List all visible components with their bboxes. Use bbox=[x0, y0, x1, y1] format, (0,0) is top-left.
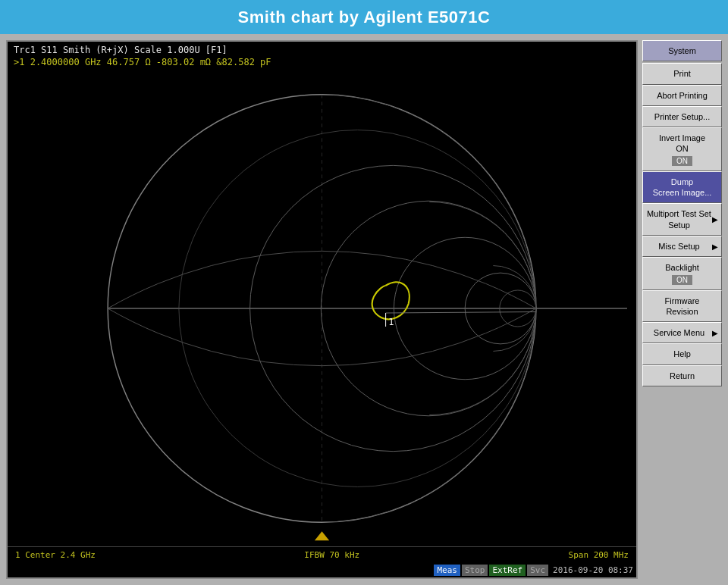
sidebar-btn-service-menu[interactable]: Service Menu▶ bbox=[642, 322, 722, 343]
main-content: Trc1 S11 Smith (R+jX) Scale 1.000U [F1] … bbox=[0, 34, 728, 585]
status-bar: Meas Stop ExtRef Svc 2016-09-20 08:37 bbox=[8, 563, 636, 577]
footer-right: Span 200 MHz bbox=[569, 550, 629, 560]
chart-footer: 1 Center 2.4 GHz IFBW 70 kHz Span 200 MH… bbox=[8, 546, 636, 563]
sidebar-btn-return[interactable]: Return bbox=[642, 365, 722, 386]
title-bar: Smith chart by Agilent E5071C bbox=[0, 0, 728, 34]
smith-chart-container: 1 bbox=[8, 70, 636, 546]
svg-text:1: 1 bbox=[388, 317, 394, 327]
sidebar-btn-dump-screen[interactable]: Dump Screen Image... bbox=[642, 171, 722, 204]
sidebar-system-header: System bbox=[642, 40, 722, 61]
footer-left: 1 Center 2.4 GHz bbox=[15, 550, 96, 560]
sidebar-buttons: PrintAbort PrintingPrinter Setup...Inver… bbox=[642, 63, 722, 386]
arrow-right-icon: ▶ bbox=[712, 328, 718, 338]
sidebar-btn-firmware-revision[interactable]: Firmware Revision bbox=[642, 290, 722, 323]
chart-title: Trc1 S11 Smith (R+jX) Scale 1.000U [F1] bbox=[14, 45, 630, 55]
status-stop: Stop bbox=[462, 565, 488, 576]
sidebar-btn-abort-printing[interactable]: Abort Printing bbox=[642, 85, 722, 106]
status-extref: ExtRef bbox=[489, 565, 526, 576]
status-meas: Meas bbox=[434, 565, 460, 576]
chart-subtitle: >1 2.4000000 GHz 46.757 Ω -803.02 mΩ &82… bbox=[14, 57, 630, 67]
chart-header: Trc1 S11 Smith (R+jX) Scale 1.000U [F1] … bbox=[8, 42, 636, 70]
arrow-right-icon: ▶ bbox=[712, 242, 718, 252]
sidebar-btn-multiport-test[interactable]: Multiport Test Set Setup▶ bbox=[642, 203, 722, 236]
footer-center: IFBW 70 kHz bbox=[304, 550, 359, 560]
sidebar-btn-print[interactable]: Print bbox=[642, 63, 722, 84]
arrow-right-icon: ▶ bbox=[712, 214, 718, 224]
sidebar-btn-misc-setup[interactable]: Misc Setup▶ bbox=[642, 236, 722, 257]
smith-chart-svg: 1 bbox=[8, 70, 636, 546]
chart-area: Trc1 S11 Smith (R+jX) Scale 1.000U [F1] … bbox=[6, 40, 638, 579]
sidebar: System PrintAbort PrintingPrinter Setup.… bbox=[642, 40, 722, 579]
sidebar-btn-backlight[interactable]: BacklightON bbox=[642, 257, 722, 289]
sidebar-btn-invert-image[interactable]: Invert Image ONON bbox=[642, 127, 722, 171]
page-title: Smith chart by Agilent E5071C bbox=[238, 8, 491, 27]
sidebar-btn-printer-setup[interactable]: Printer Setup... bbox=[642, 106, 722, 127]
status-time: 2016-09-20 08:37 bbox=[553, 565, 633, 575]
status-svc: Svc bbox=[527, 565, 548, 576]
sidebar-btn-help[interactable]: Help bbox=[642, 343, 722, 364]
